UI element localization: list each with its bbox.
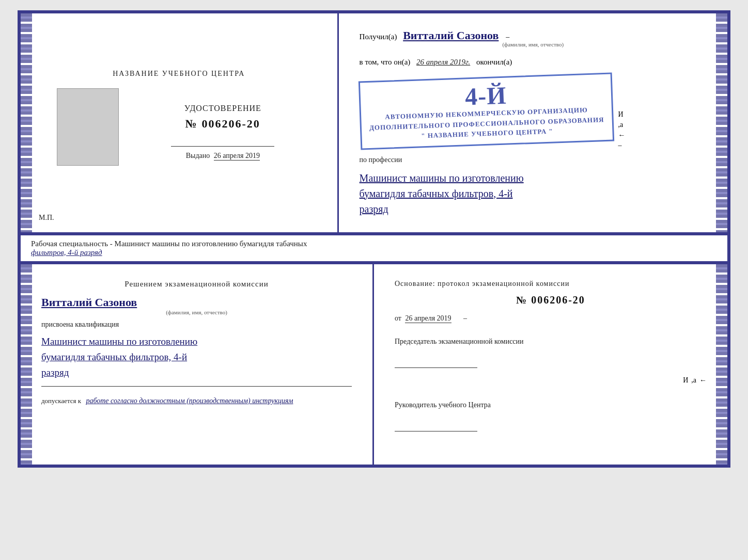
prof-line3: разряд [360,201,707,217]
vtom-label: в том, что он(а) [360,58,411,66]
predsedatel-sign-line [395,367,477,368]
dopuskaetsya-row: допускается к работе согласно должностны… [41,397,352,405]
cert-left-panel: НАЗВАНИЕ УЧЕБНОГО ЦЕНТРА УДОСТОВЕРЕНИЕ №… [21,13,339,232]
bottom-title: Решением экзаменационной комиссии [41,280,352,289]
poluchil-label: Получил(а) [360,33,397,41]
cert-center-title: НАЗВАНИЕ УЧЕБНОГО ЦЕНТРА [113,70,245,78]
bottom-date-row: от 26 апреля 2019 – [395,314,707,323]
predsedatel-label: Председатель экзаменационной комиссии [395,338,707,346]
middle-text-line1: Рабочая специальность - Машинист машины … [31,239,717,248]
bottom-recipient-name: Витталий Сазонов [41,296,352,309]
certificate-top: НАЗВАНИЕ УЧЕБНОГО ЦЕНТРА УДОСТОВЕРЕНИЕ №… [18,10,730,235]
prisvoena-label: присвоена квалификация [41,321,352,329]
bottom-left-panel: Решением экзаменационной комиссии Виттал… [21,264,374,465]
divider-line [171,146,274,147]
dopuskaetsya-label: допускается к [41,397,81,405]
ot-label: от [395,314,401,322]
profession-value: Машинист машины по изготовлению бумагидл… [360,170,707,217]
certification-stamp: 4-й АВТОНОМНУЮ НЕКОММЕРЧЕСКУЮ ОРГАНИЗАЦИ… [358,72,614,150]
name-subtitle: (фамилия, имя, отчество) [360,41,707,47]
bottom-protocol-number: № 006206-20 [395,294,707,306]
cert-date: 26 апреля 2019г. [416,58,470,66]
osnov-label: Основание: протокол экзаменационной коми… [395,280,707,288]
okonchil-label: окончил(а) [476,58,512,66]
qual-line1: Машинист машины по изготовлению [41,334,352,349]
dopusk-value: работе согласно должностным (производств… [86,397,293,405]
bottom-divider [41,386,352,387]
prof-line1: Машинист машины по изготовлению [360,170,707,186]
rukovod-sign-line [395,431,477,431]
middle-text-strip: Рабочая специальность - Машинист машины … [18,235,730,261]
right-decorative-strip [716,13,727,232]
vtom-row: в том, что он(а) 26 апреля 2019г. окончи… [360,58,707,67]
qual-line2: бумагидля табачных фильтров, 4-й [41,349,352,365]
bottom-right-panel: Основание: протокол экзаменационной коми… [374,264,727,465]
qual-line3: разряд [41,365,352,380]
mp-label: М.П. [39,214,54,222]
professiya-label: по профессии [360,156,707,164]
bottom-right-strip [716,264,727,465]
bottom-date-value: 26 апреля 2019 [405,314,451,323]
rukovod-label: Руководитель учебного Центра [395,401,707,409]
recipient-name: Витталий Сазонов [403,29,498,42]
prof-line2: бумагидля табачных фильтров, 4-й [360,186,707,201]
bottom-left-strip [21,264,32,465]
cert-number: № 006206-20 [185,117,260,131]
certificate-bottom: Решением экзаменационной комиссии Виттал… [18,261,730,468]
udostoverenie-label: УДОСТОВЕРЕНИЕ [184,104,261,113]
middle-text-line2: фильтров, 4-й разряд [31,248,717,257]
cert-right-panel: Получил(а) Витталий Сазонов – (фамилия, … [339,13,727,232]
cert-photo [57,88,119,166]
bottom-name-row: Витталий Сазонов (фамилия, имя, отчество… [41,294,352,315]
vydano-text: Выдано 26 апреля 2019 [186,152,260,161]
poluchil-row: Получил(а) Витталий Сазонов – (фамилия, … [360,29,707,47]
vydano-date: 26 апреля 2019 [214,152,260,161]
bottom-qualification: Машинист машины по изготовлению бумагидл… [41,334,352,381]
bottom-name-sub: (фамилия, имя, отчество) [41,309,352,315]
